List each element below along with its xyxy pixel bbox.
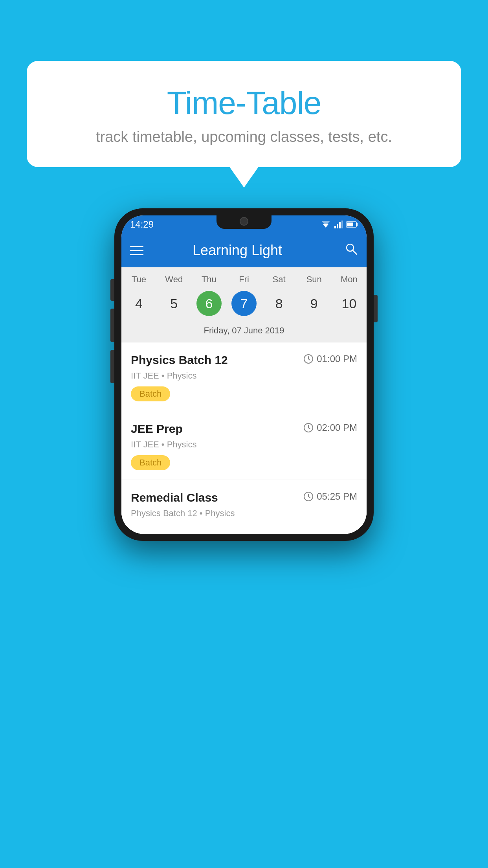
event-item[interactable]: Remedial Class 05:25 PM Physics Batch 12… [121,480,367,534]
date-number: 10 [336,291,361,316]
date-cell[interactable]: 5 [156,291,191,316]
svg-line-19 [308,497,310,498]
phone-camera [240,217,248,226]
clock-icon [303,354,314,364]
event-meta: IIT JEE • Physics [131,440,357,450]
event-meta: Physics Batch 12 • Physics [131,508,357,519]
bubble-title: Time-Table [42,85,446,121]
date-cell[interactable]: 4 [121,291,156,316]
svg-rect-7 [356,223,358,226]
day-label: Sun [297,274,332,285]
event-time-text: 01:00 PM [317,353,357,364]
date-cell[interactable]: 10 [332,291,367,316]
event-name: Physics Batch 12 [131,353,228,367]
day-label: Wed [156,274,191,285]
svg-marker-1 [321,221,330,226]
svg-line-13 [308,359,310,360]
svg-rect-5 [341,221,343,228]
wifi-icon [320,221,331,228]
day-label: Mon [332,274,367,285]
day-label: Thu [191,274,226,285]
battery-icon [346,221,358,228]
bubble-subtitle: track timetable, upcoming classes, tests… [42,129,446,145]
day-label: Tue [121,274,156,285]
event-time: 01:00 PM [303,353,357,364]
calendar-section: TueWedThuFriSatSunMon 45678910 Friday, 0… [121,267,367,342]
volume-down-button [110,309,114,342]
event-header: Remedial Class 05:25 PM [131,491,357,504]
app-bar: Learning Light [121,234,367,267]
clock-icon [303,491,314,502]
app-title: Learning Light [153,242,322,259]
svg-rect-4 [339,222,341,228]
signal-icon [334,221,343,228]
batch-badge: Batch [131,455,170,470]
date-cell[interactable]: 6 [191,291,226,316]
batch-badge: Batch [131,386,170,401]
date-number: 8 [266,291,292,316]
menu-button[interactable] [130,246,143,255]
date-number: 7 [231,291,257,316]
event-meta: IIT JEE • Physics [131,371,357,381]
selected-date-label: Friday, 07 June 2019 [121,322,367,342]
svg-line-10 [353,250,357,254]
search-button[interactable] [345,242,358,259]
date-cell[interactable]: 8 [262,291,297,316]
event-item[interactable]: Physics Batch 12 01:00 PM IIT JEE • Phys… [121,342,367,411]
date-number: 5 [161,291,187,316]
power-button [374,295,378,322]
status-time: 14:29 [130,219,154,230]
silent-switch [110,350,114,383]
day-label: Sat [262,274,297,285]
clock-icon [303,423,314,433]
event-name: JEE Prep [131,422,183,436]
svg-rect-2 [334,226,336,228]
event-header: JEE Prep 02:00 PM [131,422,357,436]
date-number: 9 [301,291,327,316]
event-time: 05:25 PM [303,491,357,502]
svg-line-16 [308,428,310,429]
event-header: Physics Batch 12 01:00 PM [131,353,357,367]
svg-rect-8 [347,223,353,226]
event-item[interactable]: JEE Prep 02:00 PM IIT JEE • Physics Batc… [121,411,367,480]
speech-bubble: Time-Table track timetable, upcoming cla… [27,61,461,167]
date-cell[interactable]: 7 [226,291,261,316]
svg-rect-3 [337,224,338,228]
status-icons [320,221,358,228]
events-list: Physics Batch 12 01:00 PM IIT JEE • Phys… [121,342,367,534]
date-number: 6 [196,291,222,316]
event-time-text: 02:00 PM [317,422,357,433]
volume-up-button [110,279,114,301]
event-time: 02:00 PM [303,422,357,433]
phone-screen: 14:29 [121,215,367,534]
phone-wrapper: 14:29 [114,208,374,541]
date-cell[interactable]: 9 [297,291,332,316]
event-name: Remedial Class [131,491,218,504]
date-number: 4 [127,291,152,316]
speech-bubble-container: Time-Table track timetable, upcoming cla… [27,61,461,167]
day-label: Fri [226,274,261,285]
days-header: TueWedThuFriSatSunMon [121,267,367,288]
dates-row: 45678910 [121,288,367,322]
phone-outer: 14:29 [114,208,374,541]
event-time-text: 05:25 PM [317,491,357,502]
